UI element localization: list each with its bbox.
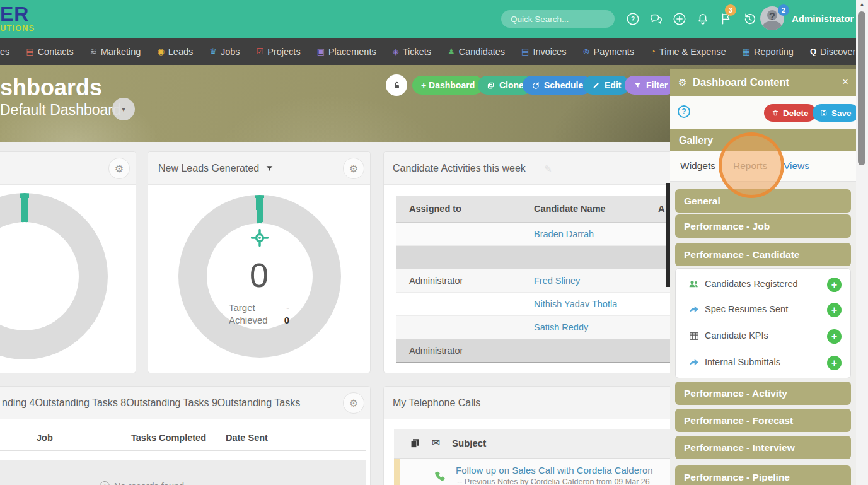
history-icon[interactable] — [743, 12, 756, 26]
donut-gauge — [0, 193, 108, 359]
schedule-label: Schedule — [544, 80, 583, 90]
nav-label: Jobs — [221, 47, 240, 57]
nav-item-invoices[interactable]: ▤Invoices — [521, 47, 567, 57]
logo-text: ER — [0, 3, 29, 26]
category-performance-job[interactable]: Performance - Job — [675, 214, 851, 238]
pencil-icon — [592, 81, 600, 90]
help-icon[interactable]: ? — [678, 105, 690, 118]
gallery-section-header: Gallery — [670, 129, 856, 151]
flag-count-badge: 3 — [725, 4, 736, 16]
panel-toolbar: ? Delete Save — [670, 96, 856, 129]
edit-label: Edit — [605, 80, 621, 90]
phone-icon — [433, 470, 447, 484]
edit-title-icon: ✎ — [544, 163, 552, 175]
add-dashboard-button[interactable]: + Dashboard — [412, 76, 483, 95]
category-performance-candidate[interactable]: Performance - Candidate — [675, 243, 851, 266]
group-label: Administrator — [409, 346, 463, 356]
scrollbar-thumb[interactable] — [858, 11, 865, 165]
candidate-link[interactable]: Nithish Yadav Thotla — [534, 299, 617, 309]
user-menu[interactable]: Administrator — [792, 13, 854, 24]
empty-message: No records found — [114, 481, 184, 485]
save-button[interactable]: Save — [813, 104, 859, 122]
close-icon[interactable]: × — [842, 76, 848, 88]
nav-label: Leads — [168, 47, 194, 57]
gear-icon: ⚙ — [678, 77, 686, 88]
user-menu-caret-icon[interactable]: ▾ — [847, 15, 850, 21]
candidates-person-icon: ♟ — [448, 47, 455, 56]
nav-item-payments[interactable]: ⊚Payments — [583, 47, 634, 57]
widget-settings-button[interactable]: ⚙ — [343, 392, 364, 414]
chat-icon[interactable] — [649, 12, 663, 26]
add-widget-button[interactable]: + — [827, 356, 842, 370]
widget-settings-button[interactable]: ⚙ — [343, 158, 364, 179]
widget-title: My Telephone Calls — [393, 397, 480, 409]
outstanding-tasks-widget: nding 4Outstanding Tasks 8Outstanding Ta… — [0, 386, 371, 485]
nav-label: Invoices — [533, 47, 566, 57]
search-input[interactable] — [501, 10, 615, 28]
table-icon — [688, 330, 700, 342]
nav-item-time-expense[interactable]: ◔Time & Expense — [651, 47, 726, 57]
schedule-button[interactable]: Schedule — [523, 76, 592, 95]
call-subject-link[interactable]: Follow up on Sales Call with Cordelia Ca… — [456, 465, 653, 476]
lock-button[interactable] — [386, 74, 407, 96]
people-icon — [688, 279, 700, 290]
category-performance-activity[interactable]: Performance - Activity — [675, 382, 851, 405]
tab-views[interactable]: Views — [784, 160, 809, 172]
gallery-item-internal-submittals[interactable]: Internal Submittals + — [676, 349, 850, 376]
filter-button[interactable]: Filter — [625, 76, 676, 95]
gallery-item-candidates-registered[interactable]: Candidates Registered + — [676, 271, 850, 298]
help-icon[interactable]: ? — [626, 12, 640, 26]
nav-item-marketing[interactable]: ≋Marketing — [90, 47, 141, 57]
main-nav: es ▤Contacts ≋Marketing ◉Leads ♛Jobs ☑Pr… — [0, 38, 868, 65]
nav-item-jobs[interactable]: ♛Jobs — [209, 47, 240, 57]
add-widget-button[interactable]: + — [827, 278, 842, 292]
panel-title: Dashboard Content — [693, 76, 789, 88]
candidate-link[interactable]: Braden Darrah — [534, 229, 594, 239]
share-arrow-icon — [688, 304, 700, 315]
divider — [0, 450, 366, 451]
add-widget-button[interactable]: + — [827, 329, 842, 344]
nav-item-reporting[interactable]: ▦Reporting — [743, 47, 794, 57]
category-performance-pipeline[interactable]: Performance - Pipeline — [675, 465, 851, 485]
candidate-link[interactable]: Fred Sliney — [534, 276, 580, 286]
add-widget-button[interactable]: + — [827, 303, 842, 317]
nav-label: Contacts — [38, 47, 74, 57]
target-label: Target — [229, 301, 255, 314]
edit-button[interactable]: Edit — [583, 76, 630, 95]
tab-reports[interactable]: Reports — [733, 160, 767, 172]
new-leads-widget: New Leads Generated ⚙ 0 Target- Achieved… — [148, 151, 371, 373]
tab-widgets[interactable]: Widgets — [680, 160, 715, 172]
dashboard-select-caret[interactable]: ▾ — [112, 98, 135, 120]
row-accent-stripe — [394, 459, 400, 485]
reporting-chart-icon: ▦ — [743, 47, 750, 56]
target-crosshair-icon — [251, 229, 269, 247]
nav-item-leads[interactable]: ◉Leads — [157, 47, 193, 57]
scroll-up-arrow-icon[interactable]: ▲ — [856, 1, 868, 8]
page-title: shboards — [0, 74, 102, 101]
nav-item-candidates[interactable]: ♟Candidates — [448, 47, 505, 57]
clone-icon — [487, 81, 495, 90]
share-arrow-icon — [688, 357, 700, 368]
gallery-item-spec-resumes-sent[interactable]: Spec Resumes Sent + — [676, 296, 850, 323]
column-header: Tasks Completed — [131, 433, 206, 443]
category-performance-interview[interactable]: Performance - Interview — [675, 436, 851, 459]
category-general[interactable]: General — [675, 189, 851, 213]
tickets-tag-icon: ◈ — [393, 47, 399, 56]
category-performance-forecast[interactable]: Performance - Forecast — [675, 409, 851, 432]
gallery-item-candidate-kpis[interactable]: Candidate KPIs + — [676, 323, 850, 349]
save-disk-icon — [820, 109, 828, 117]
nav-item-discover[interactable]: QDiscover — [810, 47, 856, 57]
logo-subtext: UTIONS — [0, 23, 35, 33]
delete-button[interactable]: Delete — [764, 104, 816, 122]
add-icon[interactable] — [673, 12, 686, 26]
nav-label: Time & Expense — [659, 47, 726, 57]
nav-item-projects[interactable]: ☑Projects — [257, 47, 301, 57]
nav-item-contacts[interactable]: ▤Contacts — [26, 47, 74, 57]
discover-search-icon: Q — [810, 47, 816, 56]
nav-item-companies[interactable]: es — [0, 47, 9, 57]
notifications-bell-icon[interactable] — [696, 12, 710, 26]
nav-item-tickets[interactable]: ◈Tickets — [393, 47, 431, 57]
candidate-link[interactable]: Satish Reddy — [534, 322, 588, 332]
widget-settings-button[interactable]: ⚙ — [108, 158, 130, 179]
nav-item-placements[interactable]: ▣Placements — [317, 47, 376, 57]
